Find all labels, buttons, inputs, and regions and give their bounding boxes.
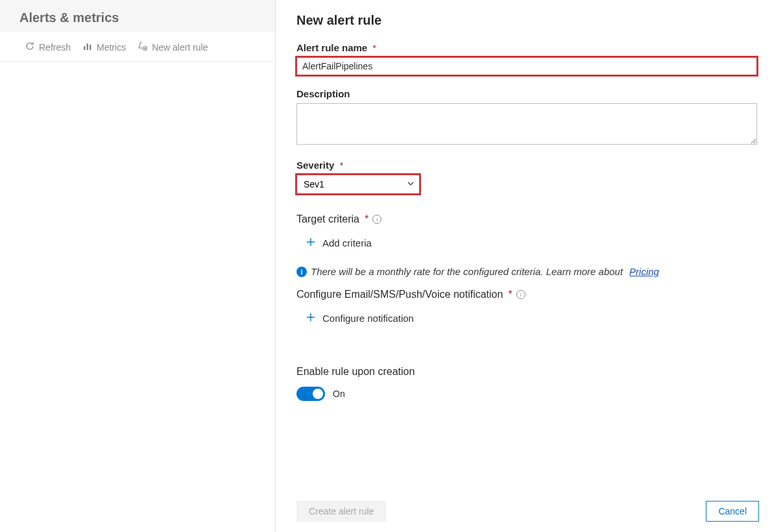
left-panel-title: Alerts & metrics	[19, 10, 256, 25]
metrics-label: Metrics	[97, 42, 126, 53]
info-icon[interactable]: i	[372, 215, 381, 224]
notification-label: Configure Email/SMS/Push/Voice notificat…	[296, 289, 503, 300]
severity-label: Severity	[296, 160, 334, 171]
description-label: Description	[296, 88, 350, 99]
right-panel: New alert rule Alert rule name * Descrip…	[276, 0, 772, 532]
pricing-link[interactable]: Pricing	[629, 266, 659, 277]
severity-select-wrap: Sev1	[296, 175, 420, 194]
notification-label-row: Configure Email/SMS/Push/Voice notificat…	[296, 289, 759, 300]
form-footer: Create alert rule Cancel	[296, 494, 759, 532]
description-input[interactable]	[296, 103, 757, 145]
add-criteria-button[interactable]: Add criteria	[296, 234, 372, 252]
field-description: Description	[296, 88, 759, 147]
description-label-row: Description	[296, 88, 759, 99]
name-label-row: Alert rule name *	[296, 42, 759, 53]
pricing-notice: i There will be a monthly rate for the c…	[296, 266, 759, 277]
toggle-knob	[313, 389, 323, 399]
plus-icon	[306, 237, 316, 249]
new-alert-rule-button[interactable]: New alert rule	[138, 41, 208, 53]
pricing-notice-text: There will be a monthly rate for the con…	[311, 266, 623, 277]
add-criteria-label: Add criteria	[322, 237, 372, 248]
target-criteria-label-row: Target criteria * i	[296, 213, 759, 225]
required-asterisk: *	[372, 42, 376, 53]
field-name: Alert rule name *	[296, 42, 759, 75]
toggle-state-label: On	[333, 389, 345, 399]
info-solid-icon: i	[296, 267, 307, 277]
alert-rule-name-input[interactable]	[296, 57, 757, 75]
target-criteria-label: Target criteria	[296, 213, 359, 225]
left-header: Alerts & metrics	[0, 0, 275, 32]
enable-rule-toggle[interactable]	[296, 387, 325, 401]
left-panel: Alerts & metrics Refresh	[0, 0, 276, 532]
configure-notification-label: Configure notification	[322, 313, 414, 324]
severity-select[interactable]: Sev1	[296, 175, 420, 194]
required-asterisk: *	[365, 213, 368, 225]
left-toolbar: Refresh Metrics	[0, 32, 275, 62]
refresh-button[interactable]: Refresh	[25, 41, 71, 53]
enable-rule-toggle-row: On	[296, 387, 759, 401]
bar-chart-icon	[82, 41, 93, 53]
create-alert-rule-button[interactable]: Create alert rule	[296, 501, 386, 522]
info-icon[interactable]: i	[516, 290, 525, 299]
required-asterisk: *	[339, 160, 343, 171]
severity-label-row: Severity *	[296, 160, 759, 171]
refresh-label: Refresh	[39, 42, 71, 53]
enable-rule-label: Enable rule upon creation	[296, 366, 415, 378]
plus-icon	[306, 312, 316, 324]
field-severity: Severity * Sev1	[296, 160, 759, 194]
metrics-button[interactable]: Metrics	[82, 41, 126, 53]
refresh-icon	[25, 41, 35, 53]
cancel-button[interactable]: Cancel	[706, 501, 759, 522]
svg-rect-1	[87, 43, 89, 50]
enable-rule-label-row: Enable rule upon creation	[296, 366, 759, 378]
new-alert-rule-label: New alert rule	[152, 42, 208, 53]
name-label: Alert rule name	[296, 42, 367, 53]
form-title: New alert rule	[296, 13, 759, 28]
alert-add-icon	[138, 41, 148, 53]
svg-rect-0	[84, 46, 86, 50]
required-asterisk: *	[508, 289, 512, 300]
left-body	[0, 62, 275, 532]
svg-rect-2	[90, 45, 91, 50]
alert-form: Alert rule name * Description Severity *	[296, 42, 759, 494]
configure-notification-button[interactable]: Configure notification	[296, 309, 414, 327]
